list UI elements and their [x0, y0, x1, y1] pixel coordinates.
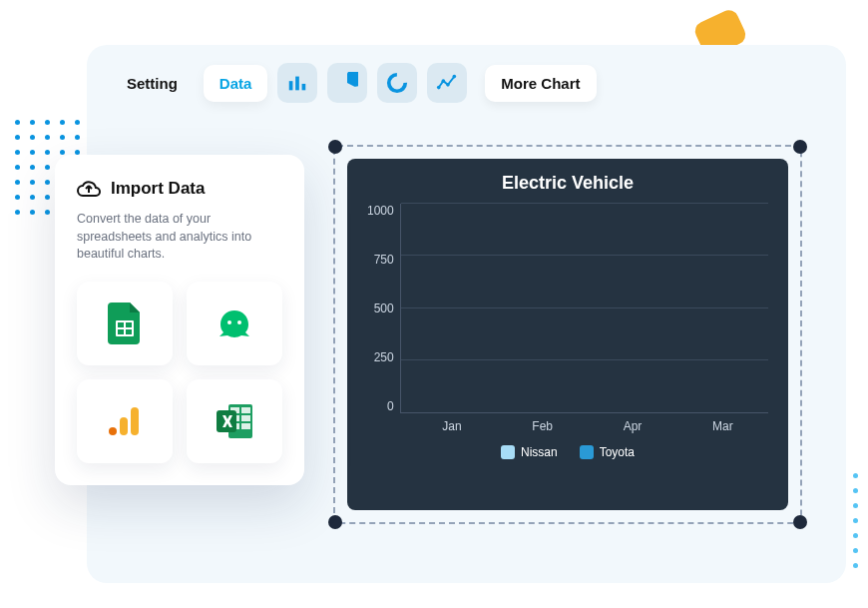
more-chart-button[interactable]: More Chart [485, 65, 596, 102]
chart-title: Electric Vehicle [367, 173, 768, 194]
import-header: Import Data [77, 177, 282, 201]
svg-rect-22 [241, 415, 250, 421]
import-title: Import Data [111, 179, 205, 199]
import-data-card: Import Data Convert the data of your spr… [55, 155, 304, 485]
resize-handle-tl[interactable] [328, 140, 342, 154]
google-sheets-icon [108, 303, 142, 344]
source-excel[interactable] [187, 379, 282, 463]
resize-handle-tr[interactable] [793, 140, 807, 154]
chart-type-bar-icon[interactable] [277, 63, 317, 103]
y-tick: 250 [374, 350, 394, 364]
surveymonkey-icon [214, 304, 255, 342]
svg-point-13 [227, 320, 231, 324]
google-analytics-icon [107, 403, 143, 439]
svg-point-5 [442, 79, 446, 83]
legend-item-toyota: Toyota [580, 445, 635, 459]
y-tick: 750 [374, 253, 394, 267]
svg-rect-11 [118, 329, 124, 334]
svg-rect-0 [289, 81, 293, 90]
svg-rect-16 [120, 417, 128, 435]
svg-point-3 [389, 75, 406, 92]
svg-point-14 [237, 320, 241, 324]
legend-item-nissan: Nissan [501, 445, 558, 459]
resize-handle-bl[interactable] [328, 515, 342, 529]
svg-point-17 [109, 427, 117, 435]
svg-rect-1 [296, 77, 300, 91]
x-tick: Mar [712, 419, 733, 433]
chart-selection-frame[interactable]: Electric Vehicle 1000 750 500 250 0 Jan [333, 145, 802, 524]
y-tick: 0 [387, 399, 394, 413]
source-google-analytics[interactable] [77, 379, 173, 463]
svg-rect-2 [302, 84, 306, 90]
chart-plot-area: 1000 750 500 250 0 [367, 204, 768, 413]
svg-rect-24 [241, 423, 250, 429]
tab-data[interactable]: Data [204, 65, 268, 102]
svg-rect-10 [126, 322, 132, 327]
svg-rect-9 [118, 322, 124, 327]
x-axis: JanFebAprMar [407, 413, 768, 433]
chart-grid [400, 204, 768, 413]
x-tick: Jan [442, 419, 461, 433]
svg-point-6 [446, 83, 450, 87]
import-description: Convert the data of your spreadsheets an… [77, 211, 282, 264]
x-tick: Apr [624, 419, 643, 433]
toolbar: Setting Data More Chart [111, 63, 822, 103]
svg-rect-12 [126, 329, 132, 334]
x-tick: Feb [532, 419, 553, 433]
tab-setting[interactable]: Setting [111, 65, 194, 102]
chart-type-line-icon[interactable] [427, 63, 467, 103]
svg-rect-15 [131, 407, 139, 435]
bar-chart: Electric Vehicle 1000 750 500 250 0 Jan [347, 159, 788, 510]
svg-point-7 [453, 75, 457, 79]
resize-handle-br[interactable] [793, 515, 807, 529]
source-surveymonkey[interactable] [187, 282, 282, 365]
chart-type-pie-icon[interactable] [327, 63, 367, 103]
svg-rect-20 [241, 407, 250, 413]
chart-type-donut-icon[interactable] [377, 63, 417, 103]
cloud-upload-icon [77, 177, 101, 201]
source-google-sheets[interactable] [77, 282, 173, 365]
import-sources [77, 282, 282, 463]
chart-legend: Nissan Toyota [367, 445, 768, 459]
y-axis: 1000 750 500 250 0 [367, 204, 400, 413]
svg-point-4 [437, 86, 441, 90]
y-tick: 1000 [367, 204, 394, 218]
excel-icon [215, 402, 254, 440]
y-tick: 500 [374, 302, 394, 315]
